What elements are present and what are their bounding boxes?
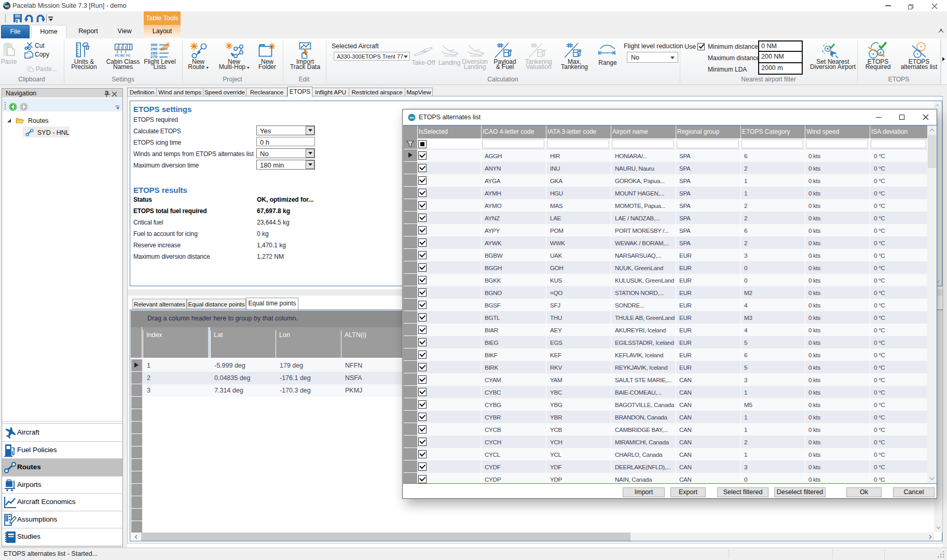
svg-text:FC BC YC: FC BC YC: [115, 53, 131, 57]
svg-text:MS: MS: [410, 116, 414, 119]
svg-text:MS: MS: [5, 5, 10, 8]
svg-text:270: 270: [150, 54, 158, 58]
